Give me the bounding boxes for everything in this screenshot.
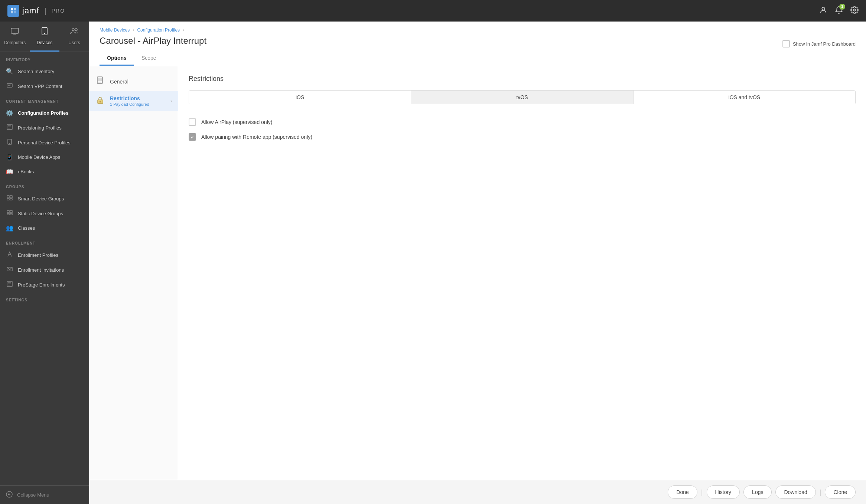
sidebar-item-search-inventory[interactable]: 🔍 Search Inventory xyxy=(0,64,89,79)
breadcrumb-mobile-devices[interactable]: Mobile Devices xyxy=(100,27,130,33)
show-dashboard: Show in Jamf Pro Dashboard xyxy=(782,40,856,51)
checkbox-allow-pairing: ✓ Allow pairing with Remote app (supervi… xyxy=(189,130,856,144)
collapse-label: Collapse Menu xyxy=(17,492,49,498)
sidebar-item-config-profiles[interactable]: ⚙️ Configuration Profiles xyxy=(0,106,89,120)
sidebar-item-static-device-groups[interactable]: Static Device Groups xyxy=(0,206,89,221)
notifications-icon[interactable]: 1 xyxy=(835,6,843,16)
sidebar-item-enrollment-profiles[interactable]: Enrollment Profiles xyxy=(0,248,89,262)
breadcrumb-config-profiles[interactable]: Configuration Profiles xyxy=(137,27,180,33)
svg-rect-23 xyxy=(10,199,12,200)
sidebar-item-label: Static Device Groups xyxy=(18,211,63,216)
collapse-icon xyxy=(6,491,13,499)
svg-rect-6 xyxy=(11,28,19,33)
sidebar-item-provisioning-profiles[interactable]: Provisioning Profiles xyxy=(0,120,89,135)
collapse-menu-button[interactable]: Collapse Menu xyxy=(0,485,89,504)
enrollment-profiles-icon xyxy=(6,251,13,259)
left-panel-restrictions[interactable]: Restrictions 1 Payload Configured › xyxy=(89,91,178,111)
segment-ios[interactable]: iOS xyxy=(189,91,411,104)
tab-scope[interactable]: Scope xyxy=(134,51,164,66)
sidebar-item-label: eBooks xyxy=(18,169,34,174)
sidebar-item-label: Classes xyxy=(18,225,35,231)
static-groups-icon xyxy=(6,210,13,217)
pairing-label: Allow pairing with Remote app (supervise… xyxy=(201,134,312,140)
search-icon: 🔍 xyxy=(6,68,13,75)
page-tabs: Options Scope xyxy=(100,51,856,66)
restrictions-sub: 1 Payload Configured xyxy=(110,102,166,107)
personal-device-icon xyxy=(6,139,13,146)
sidebar-item-label: PreStage Enrollments xyxy=(18,282,65,288)
airplay-checkbox[interactable] xyxy=(189,118,196,126)
inventory-section-label: INVENTORY xyxy=(0,52,89,64)
pairing-checkbox[interactable]: ✓ xyxy=(189,133,196,141)
right-panel: Restrictions iOS tvOS iOS and tvOS Allow… xyxy=(178,66,866,480)
dashboard-checkbox[interactable] xyxy=(782,40,790,48)
done-button[interactable]: Done xyxy=(668,485,697,499)
footer-bar: Done | History Logs Download | Clone xyxy=(89,480,866,504)
svg-point-10 xyxy=(75,29,77,31)
svg-rect-25 xyxy=(10,210,12,213)
sidebar-item-label: Mobile Device Apps xyxy=(18,154,60,160)
sidebar-item-label: Search VPP Content xyxy=(18,84,62,89)
users-icon xyxy=(70,27,79,38)
sidebar-item-label: Search Inventory xyxy=(18,69,54,74)
svg-rect-26 xyxy=(7,213,9,215)
tab-devices[interactable]: Devices xyxy=(30,22,59,52)
svg-rect-1 xyxy=(14,8,16,10)
segment-ios-tvos[interactable]: iOS and tvOS xyxy=(634,91,855,104)
sidebar-item-label: Provisioning Profiles xyxy=(18,125,62,131)
svg-rect-22 xyxy=(7,199,9,200)
download-button[interactable]: Download xyxy=(775,485,815,499)
clone-button[interactable]: Clone xyxy=(825,485,856,499)
sidebar-item-ebooks[interactable]: 📖 eBooks xyxy=(0,164,89,179)
sidebar-item-search-vpp[interactable]: Search VPP Content xyxy=(0,79,89,94)
sidebar-item-enrollment-invitations[interactable]: Enrollment Invitations xyxy=(0,262,89,277)
segment-tvos[interactable]: tvOS xyxy=(411,91,633,104)
restrictions-title: Restrictions xyxy=(189,75,856,83)
svg-rect-36 xyxy=(98,78,102,80)
main-layout: Computers Devices xyxy=(0,22,866,504)
computers-icon xyxy=(10,27,19,38)
svg-point-5 xyxy=(853,9,856,11)
svg-point-4 xyxy=(822,7,824,10)
tab-users[interactable]: Users xyxy=(59,22,89,52)
sidebar-item-label: Enrollment Invitations xyxy=(18,267,64,273)
logs-button[interactable]: Logs xyxy=(743,485,772,499)
logo-name: jamf xyxy=(22,6,39,16)
svg-rect-3 xyxy=(14,11,16,13)
topbar-icons: 1 xyxy=(819,6,859,16)
settings-icon[interactable] xyxy=(850,6,859,16)
tab-devices-label: Devices xyxy=(37,40,53,45)
restrictions-label: Restrictions xyxy=(110,95,166,101)
page-title: Carousel - AirPlay Interrupt xyxy=(100,36,206,46)
logo-divider: | xyxy=(45,7,46,15)
restrictions-chevron: › xyxy=(170,98,172,104)
sidebar-item-mobile-device-apps[interactable]: 📱 Mobile Device Apps xyxy=(0,150,89,164)
general-icon xyxy=(95,76,105,86)
tab-computers[interactable]: Computers xyxy=(0,22,30,52)
smart-groups-icon xyxy=(6,195,13,202)
history-button[interactable]: History xyxy=(707,485,740,499)
logo-pro: PRO xyxy=(52,8,65,14)
sidebar-item-prestage-enrollments[interactable]: PreStage Enrollments xyxy=(0,277,89,292)
config-profiles-icon: ⚙️ xyxy=(6,109,13,117)
segmented-control: iOS tvOS iOS and tvOS xyxy=(189,90,856,104)
sidebar-item-smart-device-groups[interactable]: Smart Device Groups xyxy=(0,191,89,206)
svg-rect-20 xyxy=(7,196,9,198)
breadcrumb-sep-2: › xyxy=(183,27,184,33)
sidebar-item-classes[interactable]: 👥 Classes xyxy=(0,221,89,235)
sidebar-item-personal-device-profiles[interactable]: Personal Device Profiles xyxy=(0,135,89,150)
settings-section-label: SETTINGS xyxy=(0,292,89,304)
airplay-label: Allow AirPlay (supervised only) xyxy=(201,119,272,125)
sidebar: Computers Devices xyxy=(0,22,89,504)
topbar: jamf | PRO 1 xyxy=(0,0,866,22)
user-icon[interactable] xyxy=(819,6,827,16)
left-panel-general[interactable]: General xyxy=(89,72,178,91)
svg-rect-27 xyxy=(10,213,12,215)
left-panel: General Restrictions 1 Payload Configure… xyxy=(89,66,178,480)
svg-point-40 xyxy=(100,101,101,102)
svg-rect-0 xyxy=(11,8,13,10)
tab-options[interactable]: Options xyxy=(100,51,134,66)
nav-tabs: Computers Devices xyxy=(0,22,89,52)
footer-divider-1: | xyxy=(701,488,703,496)
footer-divider-2: | xyxy=(820,488,821,496)
